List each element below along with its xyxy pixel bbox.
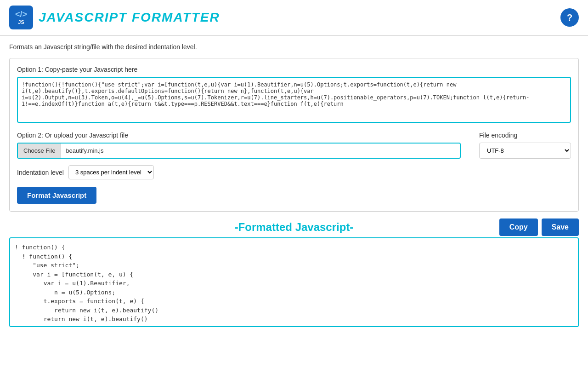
help-button[interactable]: ? (560, 8, 579, 27)
choose-file-button[interactable]: Choose File (18, 144, 61, 158)
option2-row: Option 2: Or upload your Javascript file… (17, 132, 571, 159)
main-content: Formats an Javascript string/file with t… (0, 36, 588, 336)
output-title: -Formatted Javascript- (235, 221, 354, 234)
option1-section: Option 1: Copy-paste your Javascript her… (17, 66, 571, 124)
header: </> JS JAVASCRIPT FORMATTER ? (0, 0, 588, 36)
encoding-select[interactable]: UTF-8 UTF-16 ISO-8859-1 Windows-1252 (479, 143, 571, 159)
header-left: </> JS JAVASCRIPT FORMATTER (9, 6, 220, 29)
copy-button[interactable]: Copy (499, 218, 538, 236)
output-header: -Formatted Javascript- Copy Save (9, 221, 579, 234)
indentation-row: Indentation level 2 spaces per indent le… (17, 165, 571, 179)
output-section: -Formatted Javascript- Copy Save ! funct… (9, 221, 579, 328)
option1-label: Option 1: Copy-paste your Javascript her… (17, 66, 571, 73)
format-button[interactable]: Format Javascript (17, 187, 96, 204)
option2-label: Option 2: Or upload your Javascript file (17, 132, 461, 139)
option2-left: Option 2: Or upload your Javascript file… (17, 132, 461, 159)
save-button[interactable]: Save (542, 218, 579, 236)
logo-bracket: </> (15, 10, 27, 19)
subtitle-text: Formats an Javascript string/file with t… (9, 43, 579, 51)
indentation-label: Indentation level (17, 169, 64, 176)
encoding-section: File encoding UTF-8 UTF-16 ISO-8859-1 Wi… (479, 132, 571, 159)
indentation-select[interactable]: 2 spaces per indent level 3 spaces per i… (68, 165, 154, 179)
file-input-container: Choose File (17, 143, 461, 159)
options-panel: Option 1: Copy-paste your Javascript her… (9, 58, 579, 212)
output-textarea[interactable]: ! function() { ! function() { "use stric… (9, 237, 579, 327)
logo-js-text: JS (18, 19, 24, 25)
logo-icon: </> JS (9, 6, 33, 29)
file-name-display[interactable] (61, 144, 460, 158)
encoding-label: File encoding (479, 132, 571, 139)
output-actions: Copy Save (499, 218, 579, 236)
js-input-textarea[interactable] (17, 77, 571, 123)
app-title: JAVASCRIPT FORMATTER (39, 10, 220, 25)
